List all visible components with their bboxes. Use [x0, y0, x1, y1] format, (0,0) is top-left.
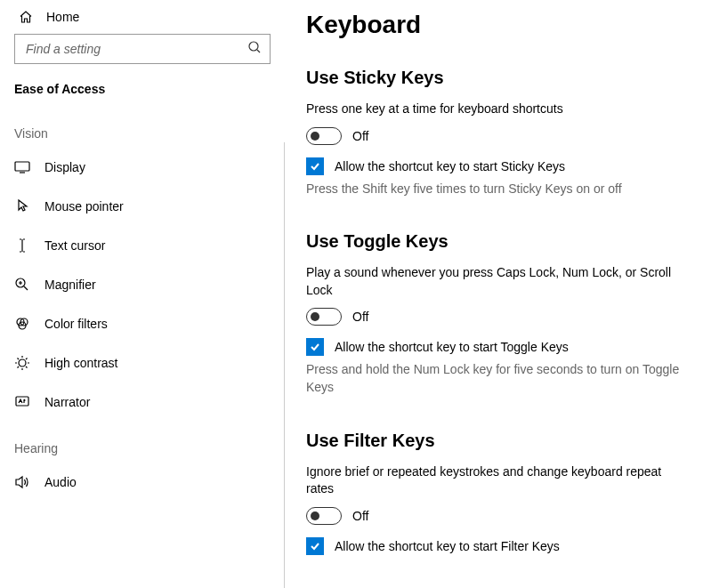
sidebar-item-label: High contrast: [44, 356, 117, 370]
narrator-icon: [14, 394, 30, 410]
sticky-keys-toggle[interactable]: [306, 127, 342, 145]
section-heading: Use Filter Keys: [306, 431, 685, 451]
filter-keys-toggle[interactable]: [306, 507, 342, 525]
main-content: Keyboard Use Sticky Keys Press one key a…: [285, 0, 703, 588]
search-input[interactable]: [14, 34, 271, 64]
svg-point-6: [19, 359, 26, 366]
section-toggle-keys: Use Toggle Keys Play a sound whenever yo…: [306, 231, 685, 396]
page-title: Keyboard: [306, 11, 685, 39]
toggle-knob: [311, 312, 319, 321]
color-filters-icon: [14, 316, 30, 332]
search-wrap: [0, 34, 285, 75]
sidebar-item-mouse-pointer[interactable]: Mouse pointer: [0, 187, 285, 226]
section-sticky-keys: Use Sticky Keys Press one key at a time …: [306, 68, 685, 197]
checkbox-label: Allow the shortcut key to start Filter K…: [335, 539, 560, 553]
audio-icon: [14, 474, 30, 490]
svg-point-0: [249, 42, 258, 51]
toggle-keys-toggle[interactable]: [306, 308, 342, 326]
sidebar-item-label: Narrator: [44, 395, 90, 409]
sidebar-item-label: Magnifier: [44, 278, 96, 292]
home-label: Home: [46, 10, 79, 24]
help-text: Press and hold the Num Lock key for five…: [306, 361, 685, 396]
section-heading: Use Sticky Keys: [306, 68, 685, 88]
sidebar-item-audio[interactable]: Audio: [0, 463, 285, 502]
scroll-indicator: [284, 142, 285, 588]
svg-rect-1: [15, 162, 29, 171]
magnifier-icon: [14, 277, 30, 293]
sidebar-item-high-contrast[interactable]: High contrast: [0, 343, 285, 383]
group-header: Ease of Access: [0, 75, 285, 107]
sidebar-item-color-filters[interactable]: Color filters: [0, 304, 285, 343]
sidebar-item-label: Mouse pointer: [44, 199, 124, 213]
checkbox-label: Allow the shortcut key to start Toggle K…: [335, 340, 569, 354]
section-heading: Use Toggle Keys: [306, 231, 685, 252]
sidebar-item-label: Text cursor: [44, 238, 105, 253]
display-icon: [14, 159, 30, 175]
help-text: Press the Shift key five times to turn S…: [306, 181, 685, 198]
home-icon: [18, 9, 34, 25]
sidebar-item-narrator[interactable]: Narrator: [0, 383, 285, 422]
toggle-keys-shortcut-checkbox[interactable]: [306, 338, 324, 356]
high-contrast-icon: [14, 355, 30, 371]
search-icon[interactable]: [247, 40, 262, 54]
sidebar-item-label: Audio: [44, 475, 77, 489]
sticky-keys-shortcut-checkbox[interactable]: [306, 157, 324, 175]
toggle-knob: [311, 132, 319, 141]
toggle-state-label: Off: [352, 310, 368, 324]
sidebar-item-magnifier[interactable]: Magnifier: [0, 265, 285, 304]
toggle-state-label: Off: [352, 129, 368, 143]
toggle-knob: [311, 511, 319, 520]
section-desc: Play a sound whenever you press Caps Loc…: [306, 264, 685, 299]
svg-rect-7: [16, 397, 28, 406]
pointer-icon: [14, 198, 30, 214]
category-hearing: Hearing: [0, 422, 285, 463]
filter-keys-shortcut-checkbox[interactable]: [306, 537, 324, 555]
sidebar: Home Ease of Access Vision Display: [0, 0, 285, 588]
text-cursor-icon: [14, 238, 30, 254]
checkbox-label: Allow the shortcut key to start Sticky K…: [335, 159, 565, 173]
toggle-state-label: Off: [352, 509, 368, 523]
sidebar-item-label: Color filters: [44, 317, 108, 331]
sidebar-item-display[interactable]: Display: [0, 148, 285, 187]
home-nav[interactable]: Home: [0, 0, 285, 34]
section-desc: Press one key at a time for keyboard sho…: [306, 101, 685, 118]
sidebar-item-label: Display: [44, 160, 85, 174]
sidebar-item-text-cursor[interactable]: Text cursor: [0, 226, 285, 265]
section-desc: Ignore brief or repeated keystrokes and …: [306, 463, 685, 498]
category-vision: Vision: [0, 107, 285, 148]
section-filter-keys: Use Filter Keys Ignore brief or repeated…: [306, 431, 685, 555]
